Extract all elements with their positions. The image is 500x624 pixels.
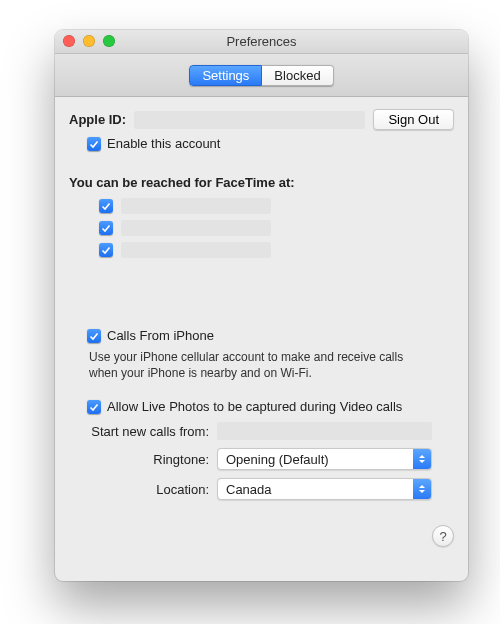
start-calls-label: Start new calls from: <box>69 424 217 439</box>
checkmark-icon <box>101 201 111 211</box>
chevron-up-down-icon <box>413 449 431 469</box>
live-photos-checkbox[interactable] <box>87 400 101 414</box>
calls-from-iphone-checkbox[interactable] <box>87 329 101 343</box>
live-photos-label: Allow Live Photos to be captured during … <box>107 399 402 414</box>
tab-blocked[interactable]: Blocked <box>262 65 333 86</box>
reach-list <box>99 198 454 258</box>
reach-checkbox-0[interactable] <box>99 199 113 213</box>
apple-id-label: Apple ID: <box>69 112 126 127</box>
ringtone-value: Opening (Default) <box>226 452 329 467</box>
window-title: Preferences <box>226 34 296 49</box>
reach-label-1 <box>121 220 271 236</box>
reach-checkbox-2[interactable] <box>99 243 113 257</box>
location-value: Canada <box>226 482 272 497</box>
reach-item <box>99 220 454 236</box>
reach-checkbox-1[interactable] <box>99 221 113 235</box>
location-label: Location: <box>69 482 217 497</box>
reach-label-0 <box>121 198 271 214</box>
sign-out-button[interactable]: Sign Out <box>373 109 454 130</box>
reach-item <box>99 242 454 258</box>
help-button[interactable]: ? <box>432 525 454 547</box>
checkmark-icon <box>101 245 111 255</box>
chevron-up-down-icon <box>413 479 431 499</box>
zoom-icon[interactable] <box>103 35 115 47</box>
minimize-icon[interactable] <box>83 35 95 47</box>
checkmark-icon <box>89 331 99 341</box>
location-popup[interactable]: Canada <box>217 478 432 500</box>
start-calls-field <box>217 422 432 440</box>
reach-heading: You can be reached for FaceTime at: <box>69 175 454 190</box>
reach-item <box>99 198 454 214</box>
calls-from-iphone-label: Calls From iPhone <box>107 328 214 343</box>
close-icon[interactable] <box>63 35 75 47</box>
checkmark-icon <box>89 402 99 412</box>
ringtone-popup[interactable]: Opening (Default) <box>217 448 432 470</box>
ringtone-label: Ringtone: <box>69 452 217 467</box>
tab-settings[interactable]: Settings <box>189 65 262 86</box>
window-controls <box>63 35 115 47</box>
toolbar: Settings Blocked <box>55 54 468 97</box>
preferences-window: Preferences Settings Blocked Apple ID: S… <box>55 30 468 581</box>
apple-id-field <box>134 111 365 129</box>
help-icon: ? <box>439 529 446 544</box>
calls-from-iphone-desc: Use your iPhone cellular account to make… <box>89 349 429 381</box>
content-area: Apple ID: Sign Out Enable this account Y… <box>55 97 468 557</box>
checkmark-icon <box>101 223 111 233</box>
checkmark-icon <box>89 139 99 149</box>
tab-segmented-control: Settings Blocked <box>189 65 333 86</box>
reach-label-2 <box>121 242 271 258</box>
enable-account-checkbox[interactable] <box>87 137 101 151</box>
enable-account-label: Enable this account <box>107 136 220 151</box>
titlebar[interactable]: Preferences <box>55 30 468 54</box>
